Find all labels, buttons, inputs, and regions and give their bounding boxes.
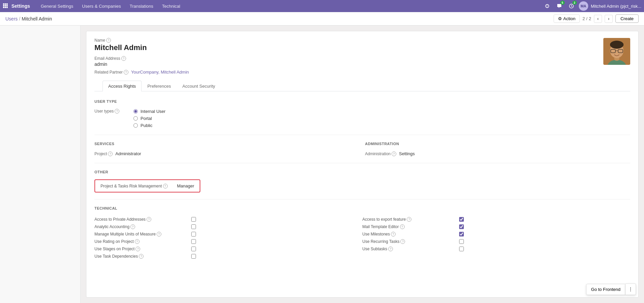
tech-stages-checkbox[interactable] xyxy=(191,247,196,251)
administration-field: Administration ? Settings xyxy=(365,151,630,156)
navbar-username[interactable]: Mitchell Admin (pjct_risk... xyxy=(591,4,641,9)
services-col: SERVICES Project ? Administrator xyxy=(94,142,360,156)
name-help-icon[interactable]: ? xyxy=(106,38,111,43)
tab-preferences[interactable]: Preferences xyxy=(142,81,176,91)
more-icon: ⋮ xyxy=(628,287,633,292)
discuss-icon[interactable]: 5 xyxy=(555,1,564,11)
user-photo-container[interactable] xyxy=(603,38,630,65)
tech-task-dep-help[interactable]: ? xyxy=(139,254,144,259)
admin-value: Settings xyxy=(399,151,415,156)
grid-icon[interactable] xyxy=(3,3,8,9)
user-avatar[interactable]: MA xyxy=(579,1,588,11)
svg-rect-7 xyxy=(5,7,6,8)
discuss-badge: 5 xyxy=(560,1,565,5)
tech-export: Access to export feature ? xyxy=(362,216,630,223)
project-label: Project ? xyxy=(94,152,113,156)
user-type-radio-group: Internal User Portal Public xyxy=(133,109,165,128)
tech-rating-label: Use Rating on Project ? xyxy=(94,239,189,244)
tech-mail-tmpl-checkbox[interactable] xyxy=(459,224,464,229)
tech-analytic-help[interactable]: ? xyxy=(130,224,135,229)
tech-private-addr-checkbox[interactable] xyxy=(191,217,196,222)
technical-left-col: Access to Private Addresses ? Analytic A… xyxy=(94,216,362,260)
tech-recurring-label: Use Recurring Tasks ? xyxy=(362,239,456,244)
navbar-menu: General Settings Users & Companies Trans… xyxy=(37,2,184,10)
tech-subtasks-checkbox[interactable] xyxy=(459,247,464,251)
other-section: OTHER Project & Tasks Risk Management ? … xyxy=(94,170,630,192)
tech-multi-uom-checkbox[interactable] xyxy=(191,232,196,236)
sidebar xyxy=(0,26,81,303)
name-label: Name ? xyxy=(94,38,603,43)
tech-milestones-help[interactable]: ? xyxy=(391,232,396,236)
partner-link[interactable]: YourCompany, Mitchell Admin xyxy=(131,70,189,75)
tech-stages-label: Use Stages on Project ? xyxy=(94,247,189,251)
email-value: admin xyxy=(94,61,630,67)
technical-right-col: Access to export feature ? Mail Template… xyxy=(362,216,630,260)
tech-subtasks-label: Use Subtasks ? xyxy=(362,247,456,251)
breadcrumb-bar: Users / Mitchell Admin ⚙ Action 2 / 2 ‹ … xyxy=(0,12,644,26)
tech-private-addr-help[interactable]: ? xyxy=(147,217,151,222)
action-button[interactable]: ⚙ Action xyxy=(554,14,580,23)
clock-icon[interactable]: 2 xyxy=(567,1,576,11)
app-brand[interactable]: Settings xyxy=(11,3,30,9)
svg-rect-6 xyxy=(3,7,4,8)
project-field: Project ? Administrator xyxy=(94,151,360,156)
admin-help[interactable]: ? xyxy=(392,152,396,156)
tech-subtasks-help[interactable]: ? xyxy=(388,247,393,251)
tech-analytic: Analytic Accounting ? xyxy=(94,223,362,230)
create-button[interactable]: Create xyxy=(615,14,639,23)
navbar-item-technical[interactable]: Technical xyxy=(158,2,184,10)
tab-access-rights[interactable]: Access Rights xyxy=(103,81,142,91)
project-help[interactable]: ? xyxy=(108,152,113,156)
pager: 2 / 2 xyxy=(582,16,591,21)
tech-milestones: Use Milestones ? xyxy=(362,230,630,238)
breadcrumb-parent[interactable]: Users xyxy=(5,16,18,21)
tab-account-security[interactable]: Account Security xyxy=(176,81,221,91)
radio-portal[interactable]: Portal xyxy=(133,116,165,121)
tech-rating-help[interactable]: ? xyxy=(135,239,139,244)
user-name-value: Mitchell Admin xyxy=(94,43,630,52)
svg-rect-2 xyxy=(6,3,8,5)
svg-rect-16 xyxy=(610,43,623,46)
navbar-item-general[interactable]: General Settings xyxy=(37,2,77,10)
partner-help-icon[interactable]: ? xyxy=(124,70,128,75)
admin-label: Administration ? xyxy=(365,152,396,156)
user-types-help[interactable]: ? xyxy=(115,109,119,114)
tech-mail-tmpl-help[interactable]: ? xyxy=(400,224,405,229)
tech-stages: Use Stages on Project ? xyxy=(94,245,362,253)
pager-prev-button[interactable]: ‹ xyxy=(594,15,602,23)
email-label: Email Address ? xyxy=(94,56,603,61)
tech-recurring-checkbox[interactable] xyxy=(459,239,464,244)
form-header: Name ? Mitchell Admin Email Address ? ad… xyxy=(86,31,638,91)
tech-multi-uom-help[interactable]: ? xyxy=(157,232,161,236)
navbar: Settings General Settings Users & Compan… xyxy=(0,0,644,12)
tech-rating-checkbox[interactable] xyxy=(191,239,196,244)
email-help-icon[interactable]: ? xyxy=(121,56,126,61)
svg-rect-1 xyxy=(5,3,6,5)
tech-analytic-checkbox[interactable] xyxy=(191,224,196,229)
tech-export-help[interactable]: ? xyxy=(407,217,411,222)
go-frontend-button[interactable]: Go to Frontend xyxy=(586,284,626,295)
tech-stages-help[interactable]: ? xyxy=(135,247,140,251)
divider-3 xyxy=(94,199,630,200)
tech-task-dep-checkbox[interactable] xyxy=(191,254,196,259)
navbar-item-users-companies[interactable]: Users & Companies xyxy=(78,2,125,10)
pager-next-button[interactable]: › xyxy=(605,15,613,23)
other-title: OTHER xyxy=(94,170,630,175)
go-frontend-more-button[interactable]: ⋮ xyxy=(626,284,636,295)
tech-recurring-help[interactable]: ? xyxy=(400,239,405,244)
radio-internal[interactable]: Internal User xyxy=(133,109,165,114)
radio-public[interactable]: Public xyxy=(133,123,165,128)
tech-analytic-label: Analytic Accounting ? xyxy=(94,224,189,229)
tech-mail-tmpl-label: Mail Template Editor ? xyxy=(362,224,456,229)
bug-icon[interactable] xyxy=(542,1,552,11)
user-types-label: User types ? xyxy=(94,109,128,114)
tech-milestones-checkbox[interactable] xyxy=(459,232,464,236)
tech-milestones-label: Use Milestones ? xyxy=(362,232,456,236)
tech-task-dep-label: Use Task Dependencies ? xyxy=(94,254,189,259)
tech-export-checkbox[interactable] xyxy=(459,217,464,222)
tech-multi-uom-label: Manage Multiple Units of Measure ? xyxy=(94,232,189,236)
navbar-item-translations[interactable]: Translations xyxy=(126,2,157,10)
navbar-right: 5 2 MA Mitchell Admin (pjct_risk... xyxy=(542,1,641,11)
project-risk-value: Manager xyxy=(177,183,194,188)
project-risk-help[interactable]: ? xyxy=(163,184,168,188)
